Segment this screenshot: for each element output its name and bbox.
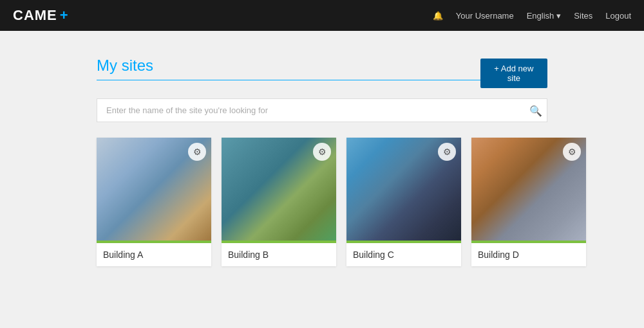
gear-icon-c[interactable]: ⚙ bbox=[438, 143, 456, 161]
header-nav: 🔔 Your Username English ▾ Sites Logout bbox=[433, 11, 631, 21]
main-content: My sites + Add new site 🔍 ⚙ Building A ⚙… bbox=[0, 31, 644, 292]
building-label-b: Building B bbox=[222, 243, 336, 266]
sites-link[interactable]: Sites bbox=[574, 11, 592, 21]
building-label-a: Building A bbox=[97, 243, 211, 266]
page-title: My sites bbox=[97, 57, 480, 80]
logo-text: CAME bbox=[13, 7, 57, 24]
username-label[interactable]: Your Username bbox=[456, 11, 514, 21]
add-new-site-button[interactable]: + Add new site bbox=[480, 59, 547, 88]
logo: CAME + bbox=[13, 7, 68, 24]
title-row: My sites + Add new site bbox=[97, 57, 547, 88]
building-card-c[interactable]: ⚙ Building C bbox=[346, 138, 461, 266]
building-card-b[interactable]: ⚙ Building B bbox=[222, 138, 336, 266]
chevron-down-icon: ▾ bbox=[556, 11, 561, 21]
card-image-container: ⚙ bbox=[471, 138, 586, 241]
buildings-grid: ⚙ Building A ⚙ Building B ⚙ Building C ⚙ bbox=[97, 138, 547, 266]
search-container: 🔍 bbox=[97, 98, 547, 122]
search-icon: 🔍 bbox=[529, 105, 542, 116]
card-image-container: ⚙ bbox=[97, 138, 211, 241]
building-card-d[interactable]: ⚙ Building D bbox=[471, 138, 586, 266]
search-button[interactable]: 🔍 bbox=[529, 104, 542, 116]
header: CAME + 🔔 Your Username English ▾ Sites L… bbox=[0, 0, 644, 31]
building-card-a[interactable]: ⚙ Building A bbox=[97, 138, 211, 266]
language-selector[interactable]: English ▾ bbox=[527, 11, 562, 21]
search-input[interactable] bbox=[97, 98, 547, 122]
building-label-c: Building C bbox=[346, 243, 461, 266]
gear-icon-d[interactable]: ⚙ bbox=[563, 143, 581, 161]
building-label-d: Building D bbox=[471, 243, 586, 266]
card-image-container: ⚙ bbox=[222, 138, 336, 241]
card-image-container: ⚙ bbox=[346, 138, 461, 241]
language-label: English bbox=[527, 11, 554, 21]
gear-icon-a[interactable]: ⚙ bbox=[188, 143, 206, 161]
gear-icon-b[interactable]: ⚙ bbox=[313, 143, 331, 161]
notification-bell-icon[interactable]: 🔔 bbox=[433, 11, 443, 21]
logout-link[interactable]: Logout bbox=[605, 11, 631, 21]
logo-plus: + bbox=[60, 7, 68, 24]
